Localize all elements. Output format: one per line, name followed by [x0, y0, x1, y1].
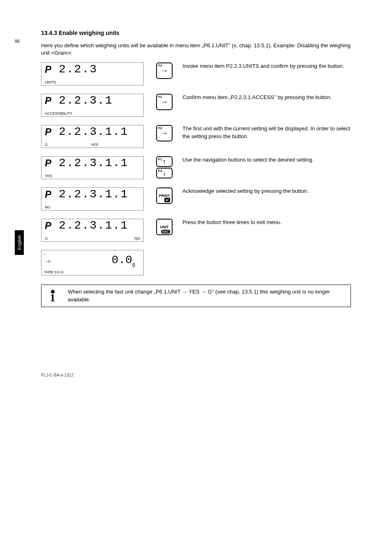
arrow-right-icon: →: [161, 67, 168, 74]
step-desc: Confirm menu item „P2.2.3.1.ACCESS" by p…: [173, 94, 351, 101]
f1-up-button[interactable]: F1 ↑: [156, 156, 173, 167]
zero-indicator: →0←: [44, 259, 53, 264]
button-group: UNIT ESC: [156, 219, 173, 235]
section-heading: 13.4.3 Enable weighing units: [41, 30, 351, 36]
lcd-display: P 2.2.3.1.1 G NO: [41, 219, 144, 242]
unit-esc-button[interactable]: UNIT ESC: [156, 219, 173, 235]
arrow-up-icon: ↑: [163, 158, 166, 165]
info-icon: 1: [42, 285, 64, 306]
f2-right-button[interactable]: F2 →: [156, 62, 173, 79]
step-desc: Acknowledge selected setting by pressing…: [173, 187, 351, 195]
lcd-sub-bl: YES: [45, 174, 52, 178]
f2-label: F2: [158, 95, 162, 99]
lcd-p: P: [45, 157, 51, 169]
button-group: F2 →: [156, 94, 173, 110]
language-tab: English: [15, 230, 24, 255]
info-note-text: When selecting the fast unit change „P6.…: [64, 285, 350, 306]
f1-label: F1: [158, 157, 162, 161]
print-enter-button[interactable]: PRINT ↵: [156, 187, 173, 204]
step-row: ⌐ →0← TARE 0.0 G 0.0g: [41, 250, 351, 275]
f2-label: F2: [158, 126, 162, 130]
stable-indicator: ⌐: [44, 252, 46, 256]
step-row: P 2.2.3 UNITS F2 → Invoke menu item P2.2…: [41, 62, 351, 86]
tare-label: TARE 0.0 G: [44, 270, 64, 274]
step-desc: Press the button three times to exit men…: [173, 219, 351, 226]
lcd-display: P 2.2.3 UNITS: [41, 62, 144, 86]
step-desc: Invoke menu item P2.2.3.UNITS and confir…: [173, 62, 351, 70]
arrow-right-icon: →: [161, 130, 168, 137]
button-group: F1 ↑ F3 ↓: [156, 156, 173, 178]
language-tab-label: English: [17, 235, 22, 250]
enter-icon: ↵: [164, 198, 170, 202]
f2-right-button[interactable]: F2 →: [156, 94, 173, 110]
f2-label: F2: [158, 64, 162, 67]
step-desc: The first unit with the current setting …: [173, 125, 351, 140]
weight-number: 0.0: [111, 254, 132, 266]
lcd-sub-bl: NO: [45, 205, 51, 209]
button-group: F2 →: [156, 125, 173, 141]
lcd-sub-br: NO: [135, 236, 141, 240]
lcd-sub-bl: UNITS: [45, 80, 56, 84]
lcd-main: 2.2.3.1.1: [59, 126, 128, 138]
lcd-sub-bc: YES: [91, 143, 98, 147]
arrow-right-icon: →: [161, 98, 168, 106]
arrow-down-icon: ↓: [163, 169, 166, 177]
lcd-sub-bl: ACCESSIBILITY: [45, 111, 72, 116]
button-group: F2 →: [156, 62, 173, 79]
lcd-p: P: [45, 95, 51, 106]
lcd-display: P 2.2.3.1.1 NO: [41, 187, 144, 210]
step-row: P 2.2.3.1.1 G YES F2 → The first unit wi…: [41, 125, 351, 148]
lcd-main: 2.2.3.1.1: [59, 157, 128, 169]
lcd-sub-bl: G: [45, 236, 48, 240]
lcd-main: 2.2.3.1: [59, 95, 113, 106]
lcd-p: P: [45, 126, 51, 138]
lcd-main: 2.2.3: [59, 64, 97, 75]
weight-value: 0.0g: [111, 254, 135, 268]
lcd-p: P: [45, 220, 51, 231]
unit-label: UNIT: [160, 225, 169, 229]
page-container: 86 English 13.4.3 Enable weighing units …: [0, 0, 392, 394]
step-row: P 2.2.3.1.1 NO PRINT ↵ Acknowledge selec…: [41, 187, 351, 210]
weight-unit: g: [132, 262, 135, 268]
step-row: P 2.2.3.1.1 G NO UNIT ESC Press the butt…: [41, 219, 351, 242]
lcd-main: 2.2.3.1.1: [59, 220, 128, 231]
lcd-display: P 2.2.3.1.1 G YES: [41, 125, 144, 148]
page-footer: PLJ-C-BA-e-1312: [41, 373, 351, 377]
f3-label: F3: [158, 169, 162, 173]
lcd-display: P 2.2.3.1 ACCESSIBILITY: [41, 94, 144, 117]
lcd-sub-bl: G: [45, 143, 48, 147]
f3-down-button[interactable]: F3 ↓: [156, 168, 173, 178]
lcd-p: P: [45, 189, 51, 200]
lcd-display: P 2.2.3.1.1 YES: [41, 156, 144, 179]
esc-icon: ESC: [161, 230, 170, 234]
step-row: P 2.2.3.1.1 YES F1 ↑ F3 ↓ Use the naviga…: [41, 156, 351, 179]
step-desc: Use the navigation buttons to select the…: [173, 156, 351, 164]
intro-text: Here you define which weighing units wil…: [41, 42, 351, 57]
page-number: 86: [15, 39, 20, 44]
step-row: P 2.2.3.1 ACCESSIBILITY F2 → Confirm men…: [41, 94, 351, 117]
f2-right-button[interactable]: F2 →: [156, 125, 173, 141]
lcd-main: 2.2.3.1.1: [59, 189, 128, 200]
button-group: PRINT ↵: [156, 187, 173, 204]
info-note-box: 1 When selecting the fast unit change „P…: [41, 284, 351, 307]
lcd-p: P: [45, 64, 51, 75]
lcd-weight-display: ⌐ →0← TARE 0.0 G 0.0g: [41, 250, 144, 275]
print-label: PRINT: [159, 194, 170, 198]
